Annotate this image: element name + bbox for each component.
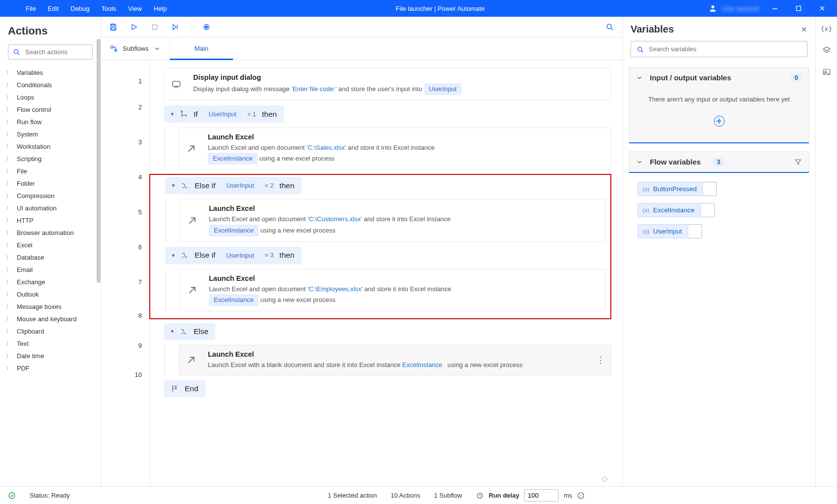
action-group-message-boxes[interactable]: 〉Message boxes bbox=[0, 301, 100, 313]
action-group-text[interactable]: 〉Text bbox=[0, 337, 100, 350]
filter-icon[interactable] bbox=[794, 158, 802, 166]
actions-heading: Actions bbox=[0, 17, 100, 44]
menu-view[interactable]: View bbox=[122, 2, 148, 15]
variables-rail-button[interactable]: {x} bbox=[821, 23, 833, 34]
subflows-label: Subflows bbox=[123, 45, 149, 52]
flow-variable-row[interactable]: (x)UserInput bbox=[637, 224, 801, 238]
action-group-exchange[interactable]: 〉Exchange bbox=[0, 276, 100, 288]
action-group-mouse-and-keyboard[interactable]: 〉Mouse and keyboard bbox=[0, 313, 100, 325]
action-group-system[interactable]: 〉System bbox=[0, 128, 100, 140]
menu-help[interactable]: Help bbox=[148, 2, 173, 15]
line-number: 4 bbox=[101, 164, 150, 190]
else-block-header[interactable]: ▾ Else bbox=[164, 323, 215, 340]
action-group-flow-control[interactable]: 〉Flow control bbox=[0, 103, 100, 116]
launch-icon bbox=[187, 285, 197, 295]
action-group-email[interactable]: 〉Email bbox=[0, 264, 100, 276]
variable-chip: UserInput bbox=[221, 251, 259, 260]
menu-tools[interactable]: Tools bbox=[96, 2, 122, 15]
action-group-variables[interactable]: 〉Variables bbox=[0, 67, 100, 79]
action-group-conditionals[interactable]: 〉Conditionals bbox=[0, 79, 100, 91]
if-block-header[interactable]: ▾ If UserInput = 1 then bbox=[164, 105, 284, 123]
action-group-loops[interactable]: 〉Loops bbox=[0, 91, 100, 103]
flow-variable-name: ButtonPressed bbox=[653, 185, 697, 193]
action-group-label: File bbox=[17, 168, 27, 175]
action-group-excel[interactable]: 〉Excel bbox=[0, 239, 100, 251]
line-number: 3 bbox=[101, 120, 150, 164]
action-group-database[interactable]: 〉Database bbox=[0, 251, 100, 264]
scrollbar[interactable] bbox=[97, 39, 100, 283]
action-group-clipboard[interactable]: 〉Clipboard bbox=[0, 325, 100, 337]
search-icon bbox=[636, 46, 644, 54]
chevron-right-icon: 〉 bbox=[6, 180, 13, 187]
subflows-dropdown[interactable]: Subflows bbox=[101, 37, 170, 60]
stop-button[interactable] bbox=[148, 21, 161, 34]
menu-edit[interactable]: Edit bbox=[42, 2, 65, 15]
chevron-right-icon: 〉 bbox=[6, 315, 13, 323]
action-group-outlook[interactable]: 〉Outlook bbox=[0, 288, 100, 301]
action-group-label: Run flow bbox=[17, 118, 42, 126]
tabs-row: Subflows Main bbox=[101, 37, 622, 60]
action-group-date-time[interactable]: 〉Date time bbox=[0, 350, 100, 362]
layers-rail-button[interactable] bbox=[821, 44, 833, 56]
step-button[interactable] bbox=[169, 21, 182, 34]
end-block[interactable]: End bbox=[164, 380, 205, 397]
action-launch-excel-employees[interactable]: Launch Excel Launch Excel and open docum… bbox=[180, 269, 605, 311]
elseif-block-header[interactable]: ▾ Else if UserInput = 2 then bbox=[165, 177, 301, 194]
tab-main[interactable]: Main bbox=[170, 37, 233, 60]
eraser-icon[interactable]: ◇ bbox=[602, 474, 607, 483]
maximize-button[interactable] bbox=[787, 0, 810, 17]
action-group-workstation[interactable]: 〉Workstation bbox=[0, 140, 100, 153]
action-launch-excel-sales[interactable]: Launch Excel Launch Excel and open docum… bbox=[179, 128, 611, 170]
action-group-run-flow[interactable]: 〉Run flow bbox=[0, 116, 100, 128]
keyword-then: then bbox=[279, 251, 294, 260]
more-options-button[interactable]: ⋮ bbox=[596, 355, 605, 366]
close-variables-button[interactable]: ✕ bbox=[801, 25, 807, 34]
io-variables-header[interactable]: Input / output variables 0 bbox=[629, 67, 809, 88]
flow-variable-chip: (x)ExcelInstance bbox=[637, 203, 701, 217]
variable-chip: ExcelInstance bbox=[208, 153, 258, 165]
flow-variable-chip: (x)UserInput bbox=[637, 224, 688, 238]
action-group-file[interactable]: 〉File bbox=[0, 165, 100, 177]
action-launch-excel-blank[interactable]: Launch Excel Launch Excel with a blank d… bbox=[179, 345, 611, 375]
variable-chip: ExcelInstance bbox=[209, 294, 259, 306]
chevron-right-icon: 〉 bbox=[6, 365, 13, 372]
action-group-compression[interactable]: 〉Compression bbox=[0, 190, 100, 202]
image-rail-button[interactable] bbox=[821, 66, 833, 78]
flow-variable-value bbox=[688, 224, 702, 238]
actions-panel: Actions 〉Variables〉Conditionals〉Loops〉Fl… bbox=[0, 17, 101, 486]
flow-variables-count: 3 bbox=[713, 158, 724, 166]
action-group-pdf[interactable]: 〉PDF bbox=[0, 362, 100, 374]
variables-search-input[interactable] bbox=[631, 41, 807, 57]
chevron-right-icon: 〉 bbox=[6, 352, 13, 360]
action-title: Launch Excel bbox=[208, 350, 604, 358]
elseif-block-header[interactable]: ▾ Else if UserInput = 3 then bbox=[165, 247, 301, 264]
run-delay-input[interactable] bbox=[524, 489, 559, 502]
action-display-input-dialog[interactable]: Display input dialog Display input dialo… bbox=[164, 68, 611, 101]
action-launch-excel-customers[interactable]: Launch Excel Launch Excel and open docum… bbox=[180, 199, 605, 241]
add-io-variable-button[interactable]: + bbox=[714, 116, 725, 127]
action-group-label: Database bbox=[17, 254, 44, 261]
action-group-browser-automation[interactable]: 〉Browser automation bbox=[0, 227, 100, 239]
save-button[interactable] bbox=[107, 21, 120, 34]
close-button[interactable] bbox=[810, 0, 834, 17]
flow-variables-label: Flow variables bbox=[650, 158, 706, 166]
flow-variable-row[interactable]: (x)ButtonPressed bbox=[637, 182, 801, 196]
action-group-scripting[interactable]: 〉Scripting bbox=[0, 153, 100, 165]
info-icon[interactable] bbox=[577, 492, 585, 500]
record-button[interactable] bbox=[200, 21, 213, 34]
action-group-folder[interactable]: 〉Folder bbox=[0, 177, 100, 190]
action-group-http[interactable]: 〉HTTP bbox=[0, 214, 100, 227]
action-group-label: Browser automation bbox=[17, 229, 74, 236]
variables-panel: Variables ✕ Input / output variables 0 T… bbox=[622, 17, 815, 486]
action-group-ui-automation[interactable]: 〉UI automation bbox=[0, 202, 100, 214]
flow-variables-header[interactable]: Flow variables 3 bbox=[629, 152, 809, 172]
run-button[interactable] bbox=[128, 21, 140, 34]
action-description: Launch Excel with a blank document and s… bbox=[208, 360, 604, 370]
action-group-label: Folder bbox=[17, 180, 35, 187]
minimize-button[interactable] bbox=[763, 0, 787, 17]
menu-debug[interactable]: Debug bbox=[65, 2, 95, 15]
search-flow-button[interactable] bbox=[603, 21, 616, 34]
menu-file[interactable]: File bbox=[20, 2, 42, 15]
chevron-down-icon bbox=[636, 159, 643, 166]
flow-variable-row[interactable]: (x)ExcelInstance bbox=[637, 203, 801, 217]
